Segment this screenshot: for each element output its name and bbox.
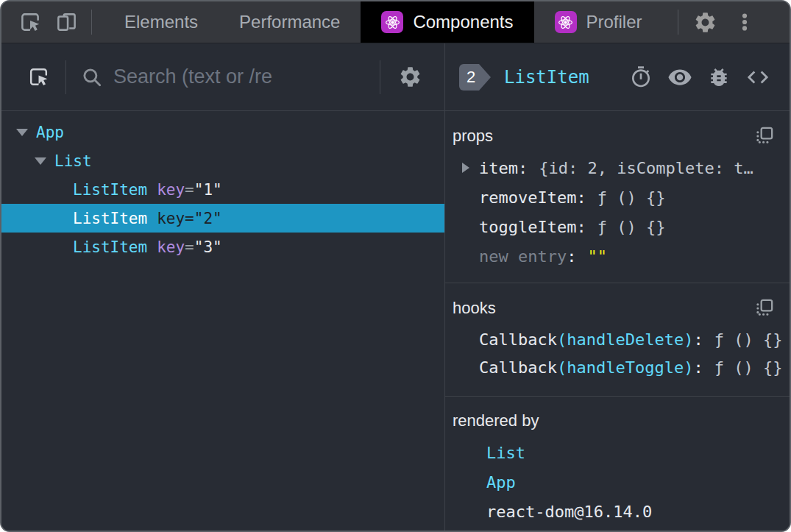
key-value: "1" bbox=[194, 181, 222, 199]
owner-link-list[interactable]: List bbox=[486, 444, 525, 462]
hook-name: (handleDelete) bbox=[557, 330, 693, 349]
tab-label: Profiler bbox=[586, 12, 642, 32]
react-logo-icon bbox=[555, 11, 577, 33]
hooks-section: hooks Callback(handleDelete): ƒ () {} Ca… bbox=[445, 283, 790, 397]
prop-name: item bbox=[479, 159, 518, 177]
tree-row-list[interactable]: List bbox=[1, 146, 444, 175]
tree-row-listitem-1[interactable]: ListItem key="1" bbox=[1, 175, 444, 204]
selected-component-title: ListItem bbox=[504, 67, 629, 88]
colon: : bbox=[576, 188, 586, 207]
expand-arrow-icon[interactable] bbox=[462, 163, 469, 173]
collapse-arrow-icon[interactable] bbox=[35, 157, 46, 165]
collapse-arrow-icon[interactable] bbox=[16, 129, 28, 136]
search-input[interactable] bbox=[113, 65, 365, 88]
hook-row-handletoggle[interactable]: Callback(handleToggle): ƒ () {} bbox=[445, 353, 790, 381]
tree-panel: App List ListItem key="1" ListItem key="… bbox=[1, 43, 445, 531]
device-toolbar-icon[interactable] bbox=[54, 10, 79, 35]
topbar-separator bbox=[91, 10, 92, 35]
key-attribute: key bbox=[157, 181, 185, 199]
tab-label: Components bbox=[413, 12, 513, 32]
owners-stack-badge: 2 bbox=[458, 63, 492, 91]
hook-name: (handleToggle) bbox=[557, 358, 693, 377]
pick-component-icon[interactable] bbox=[26, 65, 51, 89]
props-section: props item: {id: 2, isComplete: t… remov… bbox=[445, 111, 790, 283]
tab-elements[interactable]: Elements bbox=[104, 1, 219, 43]
colon: : bbox=[576, 218, 586, 236]
component-name: ListItem bbox=[73, 238, 147, 256]
tab-label: Elements bbox=[124, 12, 198, 32]
components-panel: App List ListItem key="1" ListItem key="… bbox=[1, 43, 790, 531]
renderer-version: react-dom@16.14.0 bbox=[486, 503, 652, 521]
suspense-timer-icon[interactable] bbox=[629, 65, 653, 89]
colon: : bbox=[518, 159, 528, 177]
component-tree: App List ListItem key="1" ListItem key="… bbox=[1, 111, 444, 261]
new-entry-placeholder[interactable]: new entry bbox=[479, 247, 567, 266]
copy-hooks-icon[interactable] bbox=[755, 298, 775, 318]
tab-performance[interactable]: Performance bbox=[219, 1, 361, 43]
hook-type: Callback bbox=[479, 330, 557, 349]
colon: : bbox=[567, 247, 576, 266]
key-value: "3" bbox=[194, 238, 222, 256]
prop-row-item[interactable]: item: {id: 2, isComplete: t… bbox=[445, 153, 790, 182]
tree-row-app[interactable]: App bbox=[1, 118, 444, 146]
details-toolbar bbox=[629, 65, 770, 90]
key-value: "2" bbox=[194, 210, 222, 227]
inspect-dom-eye-icon[interactable] bbox=[667, 65, 692, 90]
prop-value: ƒ () {} bbox=[597, 188, 666, 207]
tab-label: Performance bbox=[239, 12, 340, 32]
copy-props-icon[interactable] bbox=[755, 126, 775, 146]
settings-gear-icon[interactable] bbox=[693, 10, 717, 35]
topbar-separator bbox=[678, 10, 678, 35]
rendered-by-title: rendered by bbox=[453, 411, 539, 430]
tab-components[interactable]: Components bbox=[361, 1, 533, 43]
prop-row-new-entry[interactable]: new entry: "" bbox=[445, 241, 790, 271]
react-logo-icon bbox=[381, 11, 403, 33]
colon: : bbox=[693, 358, 703, 377]
hook-type: Callback bbox=[479, 358, 557, 377]
devtools-tabs: Elements Performance Components bbox=[104, 1, 663, 43]
prop-name: removeItem bbox=[479, 188, 576, 207]
rendered-by-section: rendered by List App react-dom@16.14.0 bbox=[445, 397, 790, 531]
tree-toolbar bbox=[1, 43, 444, 111]
equals-sign: = bbox=[185, 210, 194, 227]
equals-sign: = bbox=[185, 238, 194, 256]
component-name: ListItem bbox=[73, 210, 147, 227]
prop-value: ƒ () {} bbox=[597, 218, 666, 236]
prop-name: toggleItem bbox=[479, 218, 576, 236]
view-source-code-icon[interactable] bbox=[745, 65, 770, 90]
prop-row-toggleitem[interactable]: toggleItem: ƒ () {} bbox=[445, 212, 790, 241]
rendered-by-row[interactable]: App bbox=[445, 467, 790, 497]
component-name: ListItem bbox=[73, 181, 147, 199]
hook-value: ƒ () {} bbox=[714, 330, 783, 349]
details-header: 2 ListItem bbox=[445, 43, 790, 111]
key-attribute: key bbox=[157, 210, 185, 227]
devtools-window: Elements Performance Components bbox=[0, 0, 791, 532]
tab-profiler[interactable]: Profiler bbox=[534, 1, 663, 43]
tree-settings-gear-icon[interactable] bbox=[398, 65, 422, 89]
equals-sign: = bbox=[185, 181, 194, 199]
details-panel: 2 ListItem bbox=[445, 43, 790, 531]
hooks-section-title: hooks bbox=[453, 299, 496, 318]
rendered-by-row: react-dom@16.14.0 bbox=[445, 497, 790, 526]
inspect-element-icon[interactable] bbox=[18, 10, 43, 35]
hook-value: ƒ () {} bbox=[714, 358, 783, 377]
prop-value[interactable]: {id: 2, isComplete: t… bbox=[539, 159, 753, 177]
component-name: List bbox=[54, 152, 92, 170]
search-icon bbox=[81, 66, 103, 88]
colon: : bbox=[693, 330, 703, 349]
new-entry-value[interactable]: "" bbox=[587, 247, 607, 266]
component-name: App bbox=[36, 124, 64, 141]
owner-link-app[interactable]: App bbox=[486, 473, 516, 492]
tree-row-listitem-3[interactable]: ListItem key="3" bbox=[1, 233, 444, 261]
devtools-topbar: Elements Performance Components bbox=[1, 1, 790, 43]
rendered-by-row[interactable]: List bbox=[445, 438, 790, 467]
toolbar-separator bbox=[65, 60, 66, 94]
owners-count: 2 bbox=[458, 63, 483, 91]
tree-row-listitem-2-selected[interactable]: ListItem key="2" bbox=[1, 204, 444, 233]
key-attribute: key bbox=[157, 238, 185, 256]
hook-row-handledelete[interactable]: Callback(handleDelete): ƒ () {} bbox=[445, 325, 790, 353]
kebab-menu-icon[interactable] bbox=[734, 10, 756, 35]
prop-row-removeitem[interactable]: removeItem: ƒ () {} bbox=[445, 182, 790, 212]
toolbar-separator bbox=[380, 60, 380, 94]
log-to-console-bug-icon[interactable] bbox=[707, 65, 731, 89]
